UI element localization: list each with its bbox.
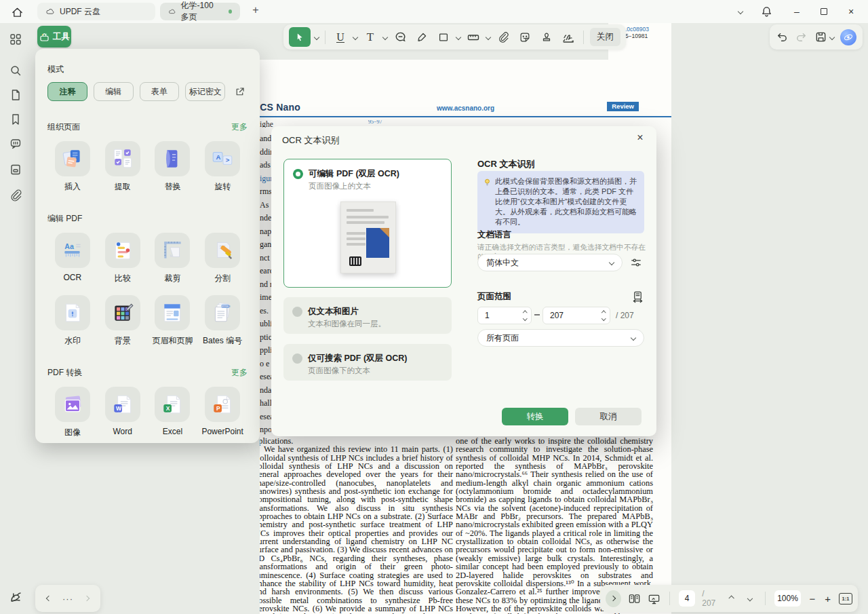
minimize-button[interactable]: – bbox=[791, 6, 803, 17]
more-pages-button[interactable]: ··· bbox=[62, 594, 73, 604]
tool-split[interactable]: 分割 bbox=[197, 233, 248, 284]
page-thumbnails-icon[interactable] bbox=[9, 88, 22, 102]
page-number-input[interactable]: 4 bbox=[679, 590, 696, 607]
stamp-icon bbox=[540, 31, 553, 43]
tool-crop[interactable]: 裁剪 bbox=[148, 233, 198, 284]
mode-edit-button[interactable]: 编辑 bbox=[94, 82, 134, 101]
comment-tool-button[interactable] bbox=[391, 28, 409, 46]
tool-to-word[interactable]: W Word bbox=[98, 387, 148, 438]
page-range-picker-button[interactable] bbox=[631, 290, 644, 303]
maximize-button[interactable] bbox=[821, 8, 827, 15]
dialog-close-icon[interactable]: × bbox=[633, 132, 647, 144]
stepper[interactable] bbox=[524, 311, 527, 320]
new-tab-button[interactable]: + bbox=[249, 4, 262, 16]
paperclip-icon[interactable] bbox=[9, 189, 22, 202]
redo-icon[interactable] bbox=[795, 31, 808, 43]
save-icon[interactable] bbox=[814, 31, 827, 43]
stepper[interactable] bbox=[602, 311, 606, 320]
range-from-input[interactable]: 1 bbox=[477, 307, 532, 324]
file-attachments-icon[interactable] bbox=[9, 163, 22, 176]
select-tool-button[interactable] bbox=[289, 27, 311, 47]
tool-replace[interactable]: 替换 bbox=[148, 141, 198, 193]
text-dropdown[interactable] bbox=[382, 34, 388, 39]
tool-rotate[interactable]: A> 旋转 bbox=[197, 141, 248, 193]
convert-button[interactable]: 转换 bbox=[502, 408, 568, 425]
save-dropdown[interactable] bbox=[829, 34, 834, 39]
notification-bell-button[interactable] bbox=[760, 5, 773, 18]
tool-bates-number[interactable]: 000123 Bates 编号 bbox=[197, 295, 248, 347]
actual-size-button[interactable]: 1:1 bbox=[839, 593, 852, 605]
app-grid-icon[interactable] bbox=[9, 33, 22, 46]
highlighter-tool-button[interactable] bbox=[413, 28, 431, 46]
close-annotation-button[interactable]: 关闭 bbox=[590, 28, 620, 46]
zoom-in-button[interactable]: + bbox=[823, 593, 832, 605]
ai-assistant-button[interactable] bbox=[840, 29, 856, 45]
tool-insert[interactable]: 插入 bbox=[47, 141, 98, 193]
expand-toolbar-button[interactable] bbox=[606, 590, 621, 607]
language-settings-button[interactable] bbox=[629, 256, 643, 269]
window-close-button[interactable]: × bbox=[845, 6, 857, 17]
tool-to-image[interactable]: 图像 bbox=[47, 387, 98, 438]
range-total: / 207 bbox=[616, 311, 634, 320]
tab-document[interactable]: 化学-100多页 bbox=[160, 3, 240, 20]
text-tool-button[interactable]: T bbox=[361, 28, 379, 46]
tool-background[interactable]: 背景 bbox=[98, 295, 148, 347]
select-tool-dropdown[interactable] bbox=[314, 34, 319, 39]
page-scope-select[interactable]: 所有页面 bbox=[477, 329, 644, 347]
mode-form-button[interactable]: 表单 bbox=[140, 82, 180, 101]
tool-extract[interactable]: 提取 bbox=[98, 141, 148, 193]
tab-updf-cloud[interactable]: UPDF 云盘 bbox=[37, 3, 155, 20]
tab-label: UPDF 云盘 bbox=[60, 6, 100, 18]
organize-more-link[interactable]: 更多 bbox=[231, 121, 248, 133]
search-icon[interactable] bbox=[9, 64, 22, 77]
tool-compare[interactable]: 比较 bbox=[98, 233, 148, 284]
chevron-down-icon bbox=[609, 260, 614, 265]
signature-tool-button[interactable] bbox=[559, 28, 577, 46]
tool-to-powerpoint[interactable]: P PowerPoint bbox=[197, 387, 248, 438]
zoom-out-button[interactable]: − bbox=[808, 593, 816, 605]
stamp-tool-button[interactable] bbox=[538, 28, 555, 46]
attachment-tool-button[interactable] bbox=[494, 28, 512, 46]
radio-selected-icon[interactable] bbox=[293, 169, 303, 179]
open-in-new-button[interactable] bbox=[231, 83, 248, 100]
divider bbox=[765, 592, 766, 605]
pen-tools-icon[interactable] bbox=[8, 589, 24, 605]
collapse-chevron-icon[interactable] bbox=[738, 9, 743, 14]
measure-dropdown[interactable] bbox=[486, 34, 491, 39]
edit-pdf-title: 编辑 PDF bbox=[47, 213, 82, 225]
zoom-level[interactable]: 100% bbox=[774, 590, 802, 607]
next-page-icon[interactable] bbox=[84, 596, 90, 601]
bookmarks-icon[interactable] bbox=[9, 113, 22, 126]
mode-annotate-button[interactable]: 注释 bbox=[47, 82, 87, 101]
measure-tool-button[interactable] bbox=[465, 28, 482, 46]
tools-panel: 模式 注释 编辑 表单 标记密文 组织页面 更多 插入 提取 替换 A> 旋转 … bbox=[35, 49, 260, 443]
page-up-icon[interactable] bbox=[728, 596, 734, 601]
home-button[interactable] bbox=[9, 5, 24, 20]
undo-icon[interactable] bbox=[776, 31, 789, 43]
tool-to-excel[interactable]: X Excel bbox=[148, 387, 198, 438]
prev-page-icon[interactable] bbox=[46, 596, 52, 601]
mode-redact-button[interactable]: 标记密文 bbox=[185, 82, 225, 101]
tool-ocr[interactable]: Aa OCR bbox=[47, 233, 98, 284]
language-select[interactable]: 简体中文 bbox=[477, 254, 623, 271]
range-to-input[interactable]: 207 bbox=[542, 307, 610, 324]
radio-unselected-icon[interactable] bbox=[292, 353, 302, 364]
tool-watermark[interactable]: 水印 bbox=[47, 295, 98, 347]
tool-header-footer[interactable]: 页眉和页脚 bbox=[148, 295, 198, 347]
convert-more-link[interactable]: 更多 bbox=[231, 367, 248, 379]
cancel-button[interactable]: 取消 bbox=[575, 408, 642, 425]
presentation-icon[interactable] bbox=[648, 592, 660, 606]
sticker-tool-button[interactable] bbox=[516, 28, 534, 46]
tools-button[interactable]: 工具 bbox=[37, 26, 71, 47]
page-down-icon[interactable] bbox=[747, 596, 753, 601]
shape-dropdown[interactable] bbox=[456, 34, 461, 39]
radio-unselected-icon[interactable] bbox=[292, 307, 302, 317]
underline-tool-button[interactable]: U bbox=[332, 28, 349, 46]
ocr-option-text-image[interactable]: 仅文本和图片 文本和图像在同一层。 bbox=[283, 297, 452, 334]
shape-tool-button[interactable] bbox=[435, 28, 452, 46]
two-page-view-icon[interactable] bbox=[628, 592, 641, 606]
ocr-option-editable-pdf[interactable]: 可编辑 PDF (双层 OCR) 页面图像上的文本 bbox=[283, 159, 452, 288]
ocr-option-searchable-pdf[interactable]: 仅可搜索 PDF (双层 OCR) 页面图像下的文本 bbox=[283, 344, 452, 381]
comments-icon[interactable] bbox=[9, 137, 22, 151]
underline-dropdown[interactable] bbox=[353, 34, 358, 39]
